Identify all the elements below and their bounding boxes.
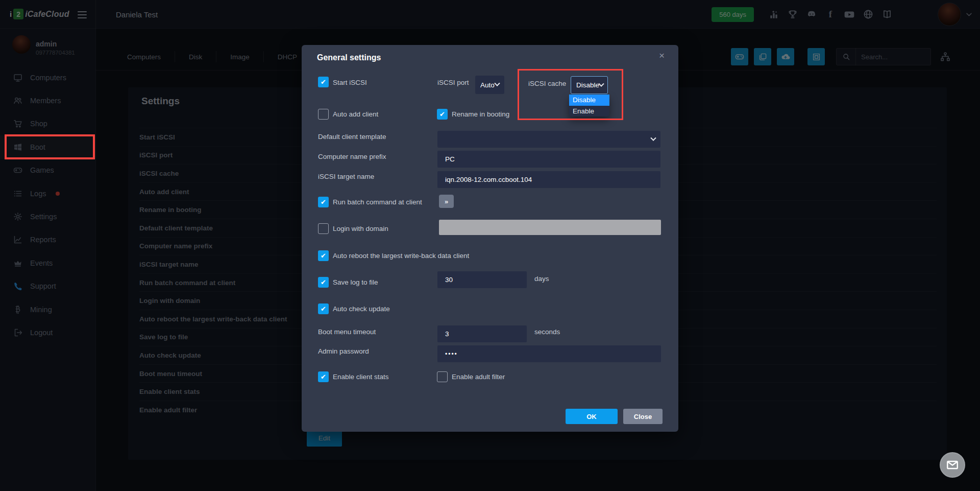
default-client-template-select[interactable]	[437, 131, 660, 148]
chevron-down-icon	[598, 81, 604, 86]
login-with-domain-label: Login with domain	[333, 225, 388, 232]
auto-reboot-label: Auto reboot the largest write-back data …	[333, 252, 469, 260]
ok-button[interactable]: OK	[566, 409, 618, 424]
start-iscsi-label: Start iSCSI	[333, 79, 367, 86]
close-icon[interactable]: ×	[659, 50, 665, 61]
general-settings-modal: General settings × Start iSCSI iSCSI por…	[302, 45, 678, 432]
support-chat-button[interactable]	[940, 452, 965, 478]
batch-command-expand-button[interactable]: »	[439, 195, 454, 208]
computer-name-prefix-label: Computer name prefix	[318, 153, 386, 160]
enable-adult-filter-label: Enable adult filter	[452, 373, 505, 381]
iscsi-port-select[interactable]: Auto	[475, 76, 504, 94]
save-log-label: Save log to file	[333, 278, 378, 286]
iscsi-port-label: iSCSI port	[437, 79, 469, 86]
chevron-down-icon	[494, 81, 500, 86]
boot-menu-timeout-input[interactable]	[437, 325, 527, 342]
admin-password-input[interactable]	[437, 345, 661, 362]
save-log-days-input[interactable]	[437, 271, 527, 288]
option-enable[interactable]: Enable	[569, 106, 609, 117]
rename-in-booting-checkbox[interactable]	[437, 109, 448, 120]
auto-reboot-checkbox[interactable]	[318, 250, 329, 261]
rename-in-booting-label: Rename in booting	[452, 110, 509, 118]
default-client-template-label: Default client template	[318, 133, 386, 141]
domain-input-disabled	[439, 220, 661, 235]
save-log-checkbox[interactable]	[318, 277, 329, 288]
iscsi-target-name-label: iSCSI target name	[318, 173, 374, 180]
run-batch-label: Run batch command at client	[333, 198, 422, 206]
auto-check-update-checkbox[interactable]	[318, 303, 329, 314]
enable-client-stats-label: Enable client stats	[333, 373, 389, 381]
run-batch-checkbox[interactable]	[318, 197, 329, 207]
login-with-domain-checkbox[interactable]	[318, 223, 329, 234]
iscsi-cache-value: Disable	[576, 81, 599, 89]
admin-password-label: Admin password	[318, 347, 369, 355]
enable-client-stats-checkbox[interactable]	[318, 371, 329, 382]
chevron-down-icon	[650, 135, 656, 141]
boot-menu-timeout-label: Boot menu timeout	[318, 328, 376, 336]
iscsi-cache-label: iSCSI cache	[528, 80, 566, 87]
seconds-unit-label: seconds	[534, 328, 560, 336]
envelope-icon	[946, 458, 959, 472]
modal-title: General settings	[317, 53, 381, 62]
enable-adult-filter-checkbox[interactable]	[437, 371, 448, 382]
option-disable[interactable]: Disable	[569, 95, 609, 106]
days-unit-label: days	[534, 275, 549, 283]
iscsi-target-name-input[interactable]	[437, 171, 660, 188]
iscsi-cache-select[interactable]: Disable	[571, 76, 608, 94]
iscsi-port-value: Auto	[480, 81, 495, 89]
start-iscsi-checkbox[interactable]	[318, 77, 329, 87]
computer-name-prefix-input[interactable]	[437, 151, 660, 168]
auto-check-update-label: Auto check update	[333, 305, 390, 313]
auto-add-client-label: Auto add client	[333, 110, 378, 118]
auto-add-client-checkbox[interactable]	[318, 109, 329, 120]
close-button[interactable]: Close	[623, 409, 663, 424]
iscsi-cache-dropdown: Disable Enable	[569, 95, 609, 116]
